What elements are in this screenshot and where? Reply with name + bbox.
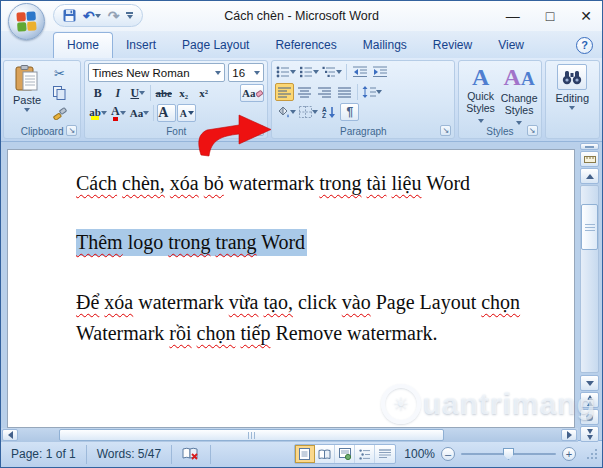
page-indicator[interactable]: Page: 1 of 1 <box>1 445 87 464</box>
clipboard-dialog-launcher[interactable]: ↘ <box>66 125 77 136</box>
justify-button[interactable] <box>335 83 354 101</box>
web-layout-view-button[interactable] <box>335 445 355 463</box>
zoom-slider-thumb[interactable] <box>503 448 514 460</box>
document-page[interactable]: Cách chèn, xóa bỏ watermark trong tài li… <box>7 149 575 428</box>
word: Word <box>426 172 470 194</box>
tab-page-layout[interactable]: Page Layout <box>169 33 262 58</box>
styles-group: A Quick Styles AA Change Styles Styles ↘ <box>458 60 541 139</box>
print-layout-view-button[interactable] <box>295 445 315 463</box>
redo-icon[interactable]: ↷ <box>108 9 120 23</box>
scroll-down-button[interactable] <box>580 375 599 391</box>
numbering-button[interactable] <box>298 63 320 81</box>
maximize-button[interactable]: □ <box>546 9 554 23</box>
cut-icon: ✂ <box>54 66 65 81</box>
word: Cách <box>76 172 117 194</box>
tab-home[interactable]: Home <box>53 32 113 58</box>
increase-indent-button[interactable] <box>370 63 389 81</box>
tab-view[interactable]: View <box>485 33 537 58</box>
full-screen-reading-view-button[interactable] <box>315 445 335 463</box>
word-count[interactable]: Words: 5/47 <box>87 445 172 464</box>
copy-button[interactable] <box>50 84 69 102</box>
word: Remove <box>275 322 342 344</box>
select-browse-object-button[interactable] <box>580 409 599 425</box>
highlight-button[interactable]: ab <box>88 104 108 122</box>
resize-grip[interactable] <box>586 448 598 460</box>
office-button[interactable] <box>8 3 45 40</box>
word: rồi <box>169 322 191 344</box>
font-group: Times New Roman 16 B I U abe x₂ x² Aa <box>84 60 268 139</box>
word: trong <box>168 231 210 253</box>
horizontal-scroll-thumb[interactable] <box>59 429 444 441</box>
vertical-scroll-track[interactable] <box>580 185 599 373</box>
align-left-button[interactable] <box>275 83 294 101</box>
zoom-out-button[interactable]: – <box>441 447 455 461</box>
align-center-button[interactable] <box>295 83 314 101</box>
previous-page-button[interactable] <box>580 392 599 408</box>
undo-icon: ↶ <box>83 8 95 24</box>
editing-button[interactable] <box>557 64 587 90</box>
scroll-up-button[interactable] <box>580 168 599 184</box>
proofing-status-button[interactable] <box>172 445 211 464</box>
scroll-right-button[interactable] <box>561 429 577 441</box>
clear-formatting-button[interactable]: Aa <box>240 84 264 102</box>
decrease-indent-button[interactable] <box>350 63 369 81</box>
tab-references[interactable]: References <box>262 33 349 58</box>
change-styles-caret-icon <box>516 121 522 125</box>
ribbon-tab-row: Home Insert Page Layout References Maili… <box>1 31 602 58</box>
font-dialog-launcher[interactable]: ↘ <box>253 125 264 136</box>
align-right-button[interactable] <box>315 83 334 101</box>
vertical-scroll-thumb[interactable] <box>581 204 598 250</box>
text-selection: Thêm logo trong trang Word <box>76 229 307 256</box>
change-styles-button[interactable]: AA Change Styles <box>501 63 538 123</box>
sort-button[interactable]: A Z <box>320 103 339 121</box>
zoom-slider[interactable] <box>461 447 556 461</box>
quick-styles-button[interactable]: A Quick Styles <box>462 63 498 123</box>
bullets-button[interactable] <box>275 63 297 81</box>
outline-view-button[interactable] <box>355 445 375 463</box>
scroll-left-button[interactable] <box>2 429 18 441</box>
grow-font-button[interactable]: A <box>157 104 176 122</box>
underline-button[interactable]: U <box>128 84 147 102</box>
customize-qat-button[interactable] <box>126 12 133 19</box>
borders-button[interactable] <box>298 103 319 121</box>
zoom-in-button[interactable]: + <box>562 447 576 461</box>
paste-button[interactable]: Paste <box>7 63 47 123</box>
help-icon[interactable]: ? <box>576 37 593 54</box>
paragraph-dialog-launcher[interactable]: ↘ <box>440 125 451 136</box>
undo-button[interactable]: ↶ <box>83 7 101 25</box>
strikethrough-button[interactable]: abe <box>154 84 173 102</box>
tab-review[interactable]: Review <box>420 33 485 58</box>
ruler-toggle-button[interactable] <box>580 151 599 167</box>
cut-button[interactable]: ✂ <box>50 64 69 82</box>
tab-mailings[interactable]: Mailings <box>350 33 420 58</box>
line-spacing-button[interactable] <box>361 83 383 101</box>
font-family-combobox[interactable]: Times New Roman <box>88 63 225 82</box>
save-icon[interactable] <box>63 9 76 22</box>
align-center-icon <box>298 87 311 98</box>
italic-button[interactable]: I <box>108 84 127 102</box>
bullets-icon <box>276 66 290 78</box>
next-page-button[interactable] <box>580 426 599 442</box>
close-button[interactable]: ✕ <box>580 9 592 23</box>
word: Word <box>261 231 305 253</box>
format-painter-button[interactable] <box>50 104 69 122</box>
subscript-button[interactable]: x₂ <box>174 84 193 102</box>
document-area: Cách chèn, xóa bỏ watermark trong tài li… <box>1 142 602 442</box>
show-hide-pilcrow-button[interactable]: ¶ <box>340 103 359 121</box>
shading-button[interactable] <box>275 103 297 121</box>
font-color-button[interactable]: A <box>109 104 128 122</box>
superscript-button[interactable]: x² <box>194 84 213 102</box>
tab-insert[interactable]: Insert <box>113 33 169 58</box>
shading-icon <box>276 106 290 118</box>
minimize-button[interactable]: — <box>506 9 520 23</box>
shrink-font-button[interactable]: A <box>177 104 196 122</box>
zoom-level[interactable]: 100% <box>404 447 435 461</box>
bold-button[interactable]: B <box>88 84 107 102</box>
styles-dialog-launcher[interactable]: ↘ <box>527 125 538 136</box>
font-size-combobox[interactable]: 16 <box>228 63 264 82</box>
multilevel-list-button[interactable] <box>321 63 343 81</box>
draft-view-button[interactable] <box>375 445 395 463</box>
change-case-button[interactable]: Aa <box>129 104 150 122</box>
horizontal-scroll-track[interactable] <box>19 429 560 441</box>
split-handle[interactable] <box>580 143 599 150</box>
